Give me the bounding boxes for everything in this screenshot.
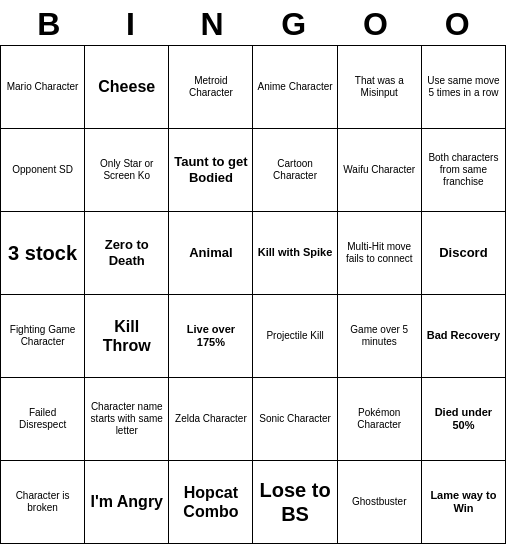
cell-27: Sonic Character <box>253 378 337 461</box>
cell-6: Opponent SD <box>1 129 85 212</box>
cell-31: I'm Angry <box>85 461 169 544</box>
cell-12: 3 stock <box>1 212 85 295</box>
cell-5: Use same move 5 times in a row <box>422 46 506 129</box>
cell-34: Ghostbuster <box>338 461 422 544</box>
cell-21: Projectile Kill <box>253 295 337 378</box>
cell-13: Zero to Death <box>85 212 169 295</box>
title-letter-1: I <box>90 6 172 43</box>
bingo-title: BINGOO <box>0 0 506 45</box>
cell-19: Kill Throw <box>85 295 169 378</box>
bingo-grid: Mario CharacterCheeseMetroid CharacterAn… <box>0 45 506 544</box>
cell-15: Kill with Spike <box>253 212 337 295</box>
title-letter-5: O <box>416 6 498 43</box>
cell-30: Character is broken <box>1 461 85 544</box>
cell-3: Anime Character <box>253 46 337 129</box>
title-letter-3: G <box>253 6 335 43</box>
cell-1: Cheese <box>85 46 169 129</box>
cell-16: Multi-Hit move fails to connect <box>338 212 422 295</box>
cell-33: Lose to BS <box>253 461 337 544</box>
cell-25: Character name starts with same letter <box>85 378 169 461</box>
cell-17: Discord <box>422 212 506 295</box>
cell-22: Game over 5 minutes <box>338 295 422 378</box>
cell-29: Died under 50% <box>422 378 506 461</box>
cell-18: Fighting Game Character <box>1 295 85 378</box>
cell-20: Live over 175% <box>169 295 253 378</box>
cell-32: Hopcat Combo <box>169 461 253 544</box>
title-letter-4: O <box>335 6 417 43</box>
title-letter-2: N <box>171 6 253 43</box>
cell-23: Bad Recovery <box>422 295 506 378</box>
cell-7: Only Star or Screen Ko <box>85 129 169 212</box>
cell-0: Mario Character <box>1 46 85 129</box>
cell-14: Animal <box>169 212 253 295</box>
cell-26: Zelda Character <box>169 378 253 461</box>
cell-24: Failed Disrespect <box>1 378 85 461</box>
cell-35: Lame way to Win <box>422 461 506 544</box>
cell-2: Metroid Character <box>169 46 253 129</box>
cell-28: Pokémon Character <box>338 378 422 461</box>
cell-10: Waifu Character <box>338 129 422 212</box>
title-letter-0: B <box>8 6 90 43</box>
cell-4: That was a Misinput <box>338 46 422 129</box>
cell-9: Cartoon Character <box>253 129 337 212</box>
cell-8: Taunt to get Bodied <box>169 129 253 212</box>
cell-11: Both characters from same franchise <box>422 129 506 212</box>
